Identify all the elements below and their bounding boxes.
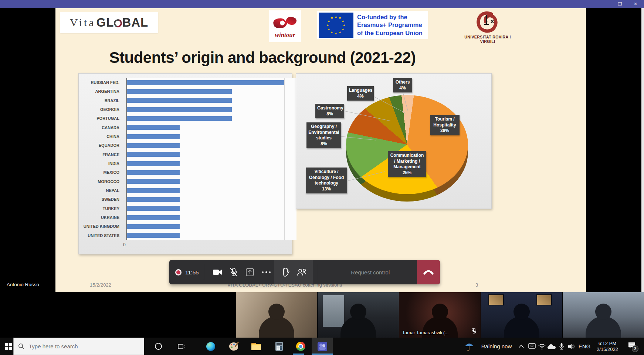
weather-text: Raining now <box>481 343 512 349</box>
show-participants-button[interactable] <box>294 263 310 281</box>
edge-icon <box>206 342 215 351</box>
bar-row: MOROCCO <box>79 178 292 186</box>
start-button[interactable] <box>3 338 14 355</box>
bar-category-label: UNITED KINGDOM <box>79 224 124 229</box>
participant-video-tile[interactable] <box>317 292 399 338</box>
chrome-button[interactable] <box>295 338 306 355</box>
eu-star: ★ <box>343 24 346 27</box>
restore-window-icon[interactable]: ❐ <box>614 0 626 8</box>
volume-tray-button[interactable] <box>566 338 577 355</box>
scrollbar[interactable] <box>641 8 644 292</box>
bar <box>127 125 180 130</box>
bar-category-label: CANADA <box>79 125 124 130</box>
taskbar-search[interactable] <box>13 338 144 355</box>
camera-button[interactable] <box>209 263 226 281</box>
weather-button[interactable] <box>463 338 475 355</box>
wintour-logo: wintour <box>269 10 301 42</box>
participant-muted-icon <box>471 328 477 335</box>
bar-row: UKRAINE <box>79 213 292 222</box>
chevron-up-icon <box>519 345 524 348</box>
participant-video-tile[interactable] <box>481 292 562 338</box>
erasmus-logo: ★★★★★★★★★★★★ Co-funded by the Erasmus+ P… <box>317 11 428 39</box>
call-timer: 11:55 <box>185 269 199 275</box>
bar <box>127 152 180 157</box>
bar-category-label: GEORGIA <box>79 107 124 112</box>
bar-category-label: FRANCE <box>79 152 124 157</box>
cortana-button[interactable] <box>153 338 163 355</box>
mic-tray-button[interactable] <box>557 338 566 355</box>
pie-slice-label: Tourism /Hospitality38% <box>430 115 460 135</box>
background-picture-frame <box>536 294 552 305</box>
wifi-icon <box>538 344 546 349</box>
search-input[interactable] <box>28 343 132 350</box>
bar <box>127 134 180 139</box>
divider <box>318 264 318 280</box>
calculator-button[interactable] <box>274 338 284 355</box>
file-explorer-button[interactable] <box>251 338 261 355</box>
paint-button[interactable] <box>228 338 239 355</box>
weather-label[interactable]: Raining now <box>476 338 517 355</box>
participant-video-tile[interactable]: Tamar Tamarashvili (... <box>399 292 481 338</box>
pie-slice-label: Languages4% <box>347 86 374 101</box>
bar-category-label: SWEDEN <box>79 197 124 202</box>
bar <box>127 197 180 202</box>
slide-date: 15/2/2022 <box>90 282 111 288</box>
close-window-icon[interactable]: ✕ <box>629 0 642 8</box>
cloud-icon <box>547 344 556 349</box>
bar <box>127 233 180 238</box>
presenter-name-label: Antonio Russo <box>7 282 39 287</box>
bar-category-label: CHINA <box>79 134 124 139</box>
hang-up-button[interactable] <box>417 260 440 284</box>
mic-muted-button[interactable] <box>226 263 242 281</box>
pie-chart-panel: Tourism /Hospitality38%Communication/ Ma… <box>296 73 492 209</box>
folder-icon <box>251 343 261 350</box>
wintour-swirl-icon <box>271 14 299 33</box>
bar <box>127 89 232 94</box>
clock-button[interactable]: 6:12 PM 2/15/2022 <box>592 338 623 355</box>
mic-icon <box>559 343 564 350</box>
paint-icon <box>229 342 238 351</box>
tray-expand-button[interactable] <box>517 338 526 355</box>
wifi-tray-button[interactable] <box>538 338 546 355</box>
notification-center-button[interactable]: 3 <box>626 338 638 355</box>
participant-video-strip: Tamar Tamarashvili (... <box>0 292 644 338</box>
pie-slice-label: Others4% <box>393 78 412 92</box>
bar-category-label: BRAZIL <box>79 98 124 103</box>
cortana-icon <box>155 343 162 350</box>
request-control-button[interactable]: Request control <box>323 269 417 275</box>
bar <box>127 80 284 85</box>
divider <box>204 264 204 280</box>
bar-row: EQUADOR <box>79 141 292 149</box>
vitaglobal-logo-text: Vita <box>70 16 96 29</box>
bar-category-label: UKRAINE <box>79 215 124 220</box>
participant-video-tile[interactable] <box>562 292 644 338</box>
raise-hand-button[interactable] <box>277 263 294 281</box>
background-window <box>323 295 344 327</box>
eu-star: ★ <box>339 16 342 20</box>
bar-chart-rows: RUSSIAN FED.ARGENTINABRAZILGEORGIAPORTUG… <box>79 78 292 240</box>
dot <box>269 271 271 273</box>
teams-button[interactable] <box>312 338 333 355</box>
windows-taskbar: Raining now <box>0 338 644 355</box>
more-actions-button[interactable] <box>258 263 274 281</box>
bar-category-label: INDIA <box>79 161 124 166</box>
onedrive-tray-button[interactable] <box>546 338 557 355</box>
raised-hand-icon <box>281 267 290 277</box>
share-screen-button[interactable] <box>242 263 258 281</box>
cast-screen-icon <box>528 343 536 349</box>
cast-tray-button[interactable] <box>527 338 537 355</box>
bar-row: RUSSIAN FED. <box>79 78 292 87</box>
eu-star: ★ <box>331 31 333 34</box>
eu-star: ★ <box>339 31 342 34</box>
mic-off-icon <box>229 267 238 277</box>
eu-star: ★ <box>342 20 345 23</box>
language-button[interactable]: ENG <box>577 338 592 355</box>
edge-button[interactable] <box>206 338 216 355</box>
teams-window: ❐ ✕ VitaGLBAL wintour ★ <box>0 0 644 355</box>
task-view-button[interactable] <box>176 338 186 355</box>
participant-video-tile[interactable] <box>235 292 317 338</box>
bar-row: CANADA <box>79 124 292 132</box>
umbrella-icon <box>464 342 474 351</box>
bar-row: MEXICO <box>79 168 292 176</box>
vitaglobal-logo-text2: GL <box>96 16 114 29</box>
